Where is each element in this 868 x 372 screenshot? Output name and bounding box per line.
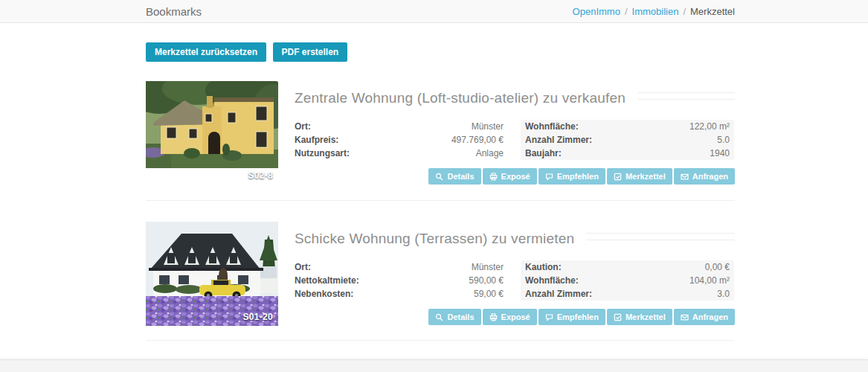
detail-row: Ort:Münster [295,120,504,133]
detail-label: Kaution: [525,260,562,274]
detail-row: Wohnfläche:104,00 m² [525,274,730,287]
listing-title: Schicke Wohnung (Terrassen) zu vermieten [295,231,574,247]
decorative-double-line [637,92,735,100]
inquiry-button[interactable]: Anfragen [674,309,735,325]
detail-row: Nebenkosten:59,00 € [295,287,504,301]
expose-button[interactable]: Exposé [483,309,537,325]
breadcrumb-separator: / [625,6,628,17]
detail-row: Kaution:0,00 € [525,260,730,274]
photo-id-badge: S01-20 [243,312,274,322]
detail-row: Anzahl Zimmer:5.0 [525,133,730,147]
detail-label: Nettokaltmiete: [295,274,359,287]
details-button[interactable]: Details [428,309,480,325]
bookmark-button[interactable]: Merkzettel [607,309,672,325]
detail-value: 5.0 [717,133,730,147]
detail-value: 104,00 m² [689,274,730,287]
create-pdf-button[interactable]: PDF erstellen [273,42,348,62]
recommend-button[interactable]: Empfehlen [539,168,605,185]
detail-value: Anlage [476,147,504,160]
envelope-icon [681,313,689,321]
detail-label: Kaufpreis: [295,133,338,147]
breadcrumb-link-openimmo[interactable]: OpenImmo [573,6,620,17]
property-photo[interactable]: S02-8 [146,81,278,185]
detail-value: Münster [472,260,504,274]
detail-row: Nutzungsart:Anlage [295,147,504,160]
expose-button[interactable]: Exposé [483,168,537,185]
detail-row: Ort:Münster [295,260,504,274]
detail-label: Baujahr: [525,147,562,160]
listing-details: Ort:Münster Nettokaltmiete:590,00 € Nebe… [295,260,735,301]
details-button[interactable]: Details [428,168,480,185]
detail-label: Anzahl Zimmer: [525,133,592,147]
detail-value: Münster [472,120,504,133]
white-house-illustration [146,222,278,326]
check-square-icon [614,313,622,321]
magnifier-icon [435,173,443,181]
breadcrumb: OpenImmo/Immobilien/Merkzettel [573,6,735,17]
topbar: Bookmarks OpenImmo/Immobilien/Merkzettel [0,0,868,23]
page-title: Bookmarks [146,5,202,18]
speech-bubble-icon [545,173,553,181]
detail-value: 122,00 m² [689,120,730,133]
detail-row: Anzahl Zimmer:3.0 [525,287,730,301]
detail-value: 590,00 € [469,274,504,287]
recommend-button[interactable]: Empfehlen [539,309,605,325]
printer-icon [489,173,498,181]
detail-label: Wohnfläche: [525,120,579,133]
photo-id-badge: S02-8 [248,170,273,181]
footer [0,359,868,372]
detail-row: Kaufpreis:497.769,00 € [295,133,504,147]
listing-divider [146,200,735,201]
envelope-icon [681,173,689,181]
breadcrumb-current: Merkzettel [690,6,735,17]
check-square-icon [614,173,622,181]
detail-label: Wohnfläche: [525,274,579,287]
detail-row: Nettokaltmiete:590,00 € [295,274,504,287]
listing-details: Ort:Münster Kaufpreis:497.769,00 € Nutzu… [295,120,735,160]
listing-actions: Details Exposé Empfehlen Merkzettel Anfr… [295,309,735,325]
speech-bubble-icon [545,313,553,321]
detail-label: Nutzungsart: [295,147,350,160]
listing-item: S02-8 Zentrale Wohnung (Loft-studio-atel… [146,81,735,185]
magnifier-icon [435,313,443,321]
detail-value: 59,00 € [474,287,504,301]
property-photo[interactable]: S01-20 [146,222,278,326]
detail-value: 0,00 € [705,260,730,274]
detail-value: 497.769,00 € [451,133,504,147]
toolbar: Merkzettel zurücksetzen PDF erstellen [146,42,735,62]
breadcrumb-separator: / [683,6,686,17]
listing-title: Zentrale Wohnung (Loft-studio-atelier) z… [295,90,626,106]
listing-item: S01-20 Schicke Wohnung (Terrassen) zu ve… [146,222,735,326]
detail-row: Wohnfläche:122,00 m² [525,120,730,133]
detail-label: Anzahl Zimmer: [525,287,592,301]
inquiry-button[interactable]: Anfragen [674,168,735,185]
yellow-house-illustration [146,81,278,168]
detail-label: Ort: [295,260,311,274]
breadcrumb-link-immobilien[interactable]: Immobilien [632,6,679,17]
detail-value: 1940 [710,147,730,160]
listing-actions: Details Exposé Empfehlen Merkzettel Anfr… [295,168,735,185]
printer-icon [489,313,498,321]
reset-bookmarks-button[interactable]: Merkzettel zurücksetzen [146,42,266,62]
bookmark-button[interactable]: Merkzettel [607,168,672,185]
decorative-double-line [586,233,735,240]
detail-label: Nebenkosten: [295,287,353,301]
detail-label: Ort: [295,120,311,133]
detail-value: 3.0 [717,287,730,301]
listing-divider [146,340,735,341]
detail-row: Baujahr:1940 [525,147,730,160]
